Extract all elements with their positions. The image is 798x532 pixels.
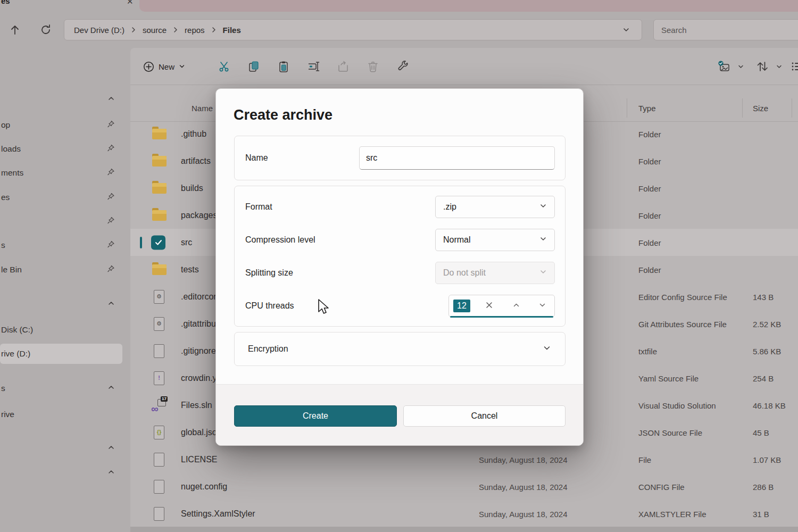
breadcrumb-repos[interactable]: repos xyxy=(182,26,207,35)
paste-button[interactable] xyxy=(272,55,295,78)
chevron-up-icon[interactable] xyxy=(107,384,115,393)
select-items-toggle[interactable] xyxy=(714,55,734,78)
sort-chevron[interactable] xyxy=(772,55,786,78)
pin-icon[interactable] xyxy=(107,193,115,203)
compression-dropdown[interactable]: Normal xyxy=(435,229,555,251)
encryption-expander[interactable]: Encryption xyxy=(234,332,566,366)
sidebar-item-label: rive xyxy=(0,410,14,419)
pin-icon[interactable] xyxy=(107,120,115,130)
file-name: nuget.config xyxy=(181,482,227,492)
tools-icon xyxy=(396,60,409,73)
rename-button[interactable] xyxy=(302,55,325,78)
chevron-down-icon xyxy=(179,63,185,70)
sidebar-item-label: Disk (C:) xyxy=(0,325,33,335)
column-divider[interactable] xyxy=(792,98,792,118)
address-bar[interactable]: Dev Drive (D:) source repos Files xyxy=(64,19,642,40)
sidebar-section-collapse[interactable] xyxy=(0,294,128,314)
pin-icon[interactable] xyxy=(107,265,115,275)
sidebar-section-cloud-drives[interactable]: s xyxy=(0,378,128,398)
tab-close-icon[interactable]: ✕ xyxy=(127,0,134,6)
file-name: packages xyxy=(181,211,218,220)
share-button[interactable] xyxy=(332,55,354,78)
folder-icon xyxy=(152,262,167,277)
folder-icon xyxy=(152,181,167,196)
cpu-threads-row: CPU threads 12 xyxy=(235,289,565,322)
sort-button[interactable] xyxy=(752,55,773,78)
chevron-down-icon[interactable] xyxy=(543,344,551,354)
file-date: Sunday, August 18, 2024 xyxy=(479,509,568,518)
sidebar-item-local-disk-c[interactable]: Disk (C:) xyxy=(0,320,128,340)
file-row[interactable]: Settings.XamlStylerSunday, August 18, 20… xyxy=(130,500,798,527)
sidebar-item-dev-drive-d[interactable]: rive (D:) xyxy=(0,344,122,364)
cpu-threads-stepper[interactable]: 12 xyxy=(448,295,555,317)
sidebar-item-pictures[interactable]: es xyxy=(0,187,128,207)
clear-icon[interactable] xyxy=(485,301,493,311)
file-type: File xyxy=(638,455,651,464)
checkbox-checked-icon[interactable] xyxy=(151,235,165,250)
select-toggle-chevron[interactable] xyxy=(734,55,747,78)
details-view-button[interactable] xyxy=(790,55,798,78)
address-dropdown-chevron-icon[interactable] xyxy=(622,26,630,36)
format-dropdown[interactable]: .zip xyxy=(435,196,555,218)
chevron-up-icon[interactable] xyxy=(107,95,115,104)
sidebar-section-collapse[interactable] xyxy=(0,463,128,483)
sidebar-item-downloads[interactable]: loads xyxy=(0,139,128,159)
file-type: Folder xyxy=(638,265,661,274)
column-header-name[interactable]: Name xyxy=(192,104,213,113)
compression-row: Compression level Normal xyxy=(235,223,565,256)
search-input[interactable] xyxy=(661,26,797,35)
column-divider[interactable] xyxy=(627,98,627,118)
compression-label: Compression level xyxy=(245,235,315,245)
file-size: 286 B xyxy=(753,482,774,491)
chevron-up-icon[interactable] xyxy=(107,468,115,478)
folder-icon xyxy=(152,154,167,169)
file-name: .gitignore xyxy=(181,346,216,356)
sidebar-section-collapse[interactable] xyxy=(0,438,128,459)
file-name: LICENSE xyxy=(181,455,217,464)
file-type: CONFIG File xyxy=(638,482,685,491)
increment-chevron-up-icon[interactable] xyxy=(512,301,520,311)
compression-value: Normal xyxy=(443,235,471,245)
file-row[interactable]: nuget.configSunday, August 18, 2024CONFI… xyxy=(130,473,798,500)
chevron-down-icon xyxy=(539,235,547,245)
sidebar-item-music[interactable] xyxy=(0,211,128,231)
pin-icon[interactable] xyxy=(107,217,115,227)
column-divider[interactable] xyxy=(742,98,743,118)
splitting-label: Splitting size xyxy=(245,268,293,278)
cancel-button[interactable]: Cancel xyxy=(403,405,566,427)
create-button[interactable]: Create xyxy=(234,405,397,427)
nav-refresh-button[interactable] xyxy=(35,19,56,40)
chevron-up-icon[interactable] xyxy=(107,444,115,453)
cpu-threads-label: CPU threads xyxy=(245,301,294,311)
breadcrumb-source[interactable]: source xyxy=(140,26,169,35)
name-label: Name xyxy=(245,153,268,163)
archive-name-input[interactable] xyxy=(359,146,555,170)
pin-icon[interactable] xyxy=(107,144,115,154)
file-row[interactable]: LICENSESunday, August 18, 2024File1.07 K… xyxy=(130,446,798,473)
sidebar-item-documents[interactable]: ments xyxy=(0,163,128,183)
delete-button[interactable] xyxy=(362,55,384,78)
column-header-size[interactable]: Size xyxy=(753,104,768,113)
file-icon xyxy=(152,452,167,467)
cut-button[interactable] xyxy=(213,55,235,78)
new-button[interactable]: New xyxy=(138,55,190,78)
pin-icon[interactable] xyxy=(107,240,115,251)
column-header-type[interactable]: Type xyxy=(638,104,656,113)
splitting-dropdown[interactable]: Do not split xyxy=(435,262,555,284)
decrement-chevron-down-icon[interactable] xyxy=(538,301,546,311)
copy-button[interactable] xyxy=(243,55,265,78)
search-box[interactable] xyxy=(653,19,798,40)
pin-icon[interactable] xyxy=(107,168,115,178)
chevron-up-icon[interactable] xyxy=(107,300,115,309)
nav-up-button[interactable] xyxy=(4,19,26,40)
breadcrumb-current-files[interactable]: Files xyxy=(221,26,243,35)
sidebar-item-onedrive[interactable]: rive xyxy=(0,404,128,425)
sidebar-item-videos[interactable]: s xyxy=(0,235,128,255)
breadcrumb-drive[interactable]: Dev Drive (D:) xyxy=(72,26,127,35)
tools-button[interactable] xyxy=(392,55,414,78)
sidebar-item-desktop[interactable]: op xyxy=(0,115,128,135)
sidebar-item-recycle-bin[interactable]: le Bin xyxy=(0,260,128,280)
paste-icon xyxy=(277,60,290,73)
cpu-threads-value[interactable]: 12 xyxy=(453,300,470,312)
sidebar-section-collapse[interactable] xyxy=(0,89,128,110)
